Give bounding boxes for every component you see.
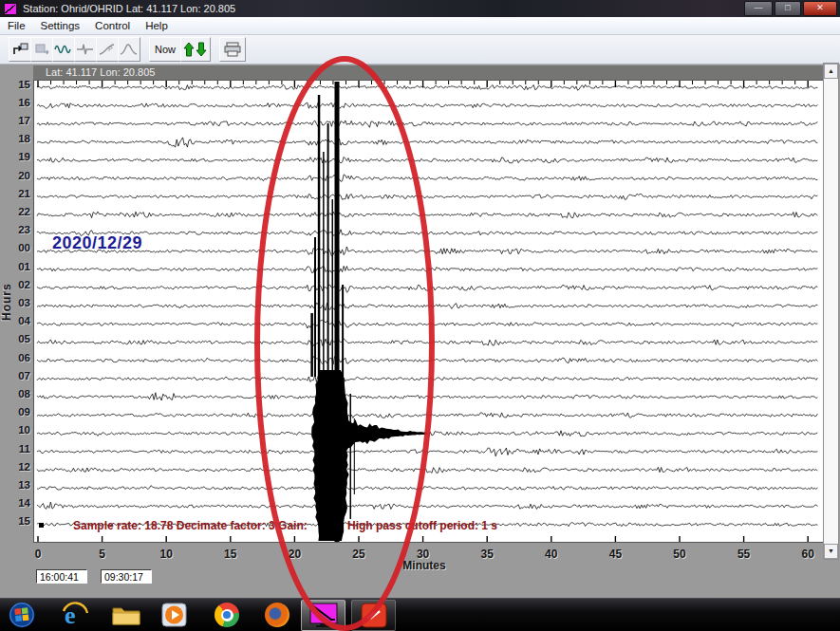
scrollbar-down-button[interactable]: ▼ <box>824 544 838 559</box>
media-player-icon <box>160 602 189 628</box>
scroll-updown-button[interactable] <box>180 37 211 62</box>
start-button[interactable] <box>8 602 36 628</box>
hour-label-5-20: 20 <box>6 169 30 182</box>
chrome-icon <box>215 603 239 627</box>
time-field-start[interactable]: 16:00:41 <box>36 569 87 584</box>
folder-icon <box>111 602 141 628</box>
minute-label-60: 60 <box>802 547 814 561</box>
minute-label-15: 15 <box>224 547 236 561</box>
taskbar-media-player-icon[interactable] <box>160 602 189 628</box>
svg-text:High pass cutoff period: 1 s: High pass cutoff period: 1 s <box>347 519 497 532</box>
minute-label-25: 25 <box>352 547 364 561</box>
seismograph-app-icon <box>308 603 339 628</box>
waveform-button[interactable] <box>52 37 75 62</box>
minute-label-50: 50 <box>673 547 685 561</box>
bell-curve-icon <box>120 42 139 57</box>
hour-label-14-05: 05 <box>6 332 30 345</box>
minute-label-0: 0 <box>35 547 42 561</box>
minute-label-5: 5 <box>99 547 105 561</box>
taskbar-explorer-icon[interactable] <box>111 602 140 628</box>
menu-file[interactable]: File <box>0 19 33 32</box>
toolbar: P Now <box>0 35 840 65</box>
svg-text:Sample rate: 18.78 Decimate f: Sample rate: 18.78 Decimate factor: 3 Ga… <box>73 519 308 532</box>
taskbar-seismograph-app-button[interactable] <box>301 600 345 631</box>
hour-label-24-15: 15 <box>6 514 30 528</box>
hour-label-1-16: 16 <box>6 96 30 109</box>
minute-label-35: 35 <box>481 547 494 561</box>
spike-trace-icon <box>76 42 95 57</box>
svg-text:P: P <box>108 46 113 52</box>
now-button[interactable]: Now <box>149 37 181 62</box>
hour-label-6-21: 21 <box>6 187 30 200</box>
vertical-scrollbar[interactable]: ▲ ▼ <box>823 63 839 560</box>
menu-help[interactable]: Help <box>138 19 176 32</box>
save-trace-icon <box>33 42 50 57</box>
open-trace-button[interactable] <box>9 37 31 62</box>
app-icon <box>4 3 17 15</box>
red-app-icon <box>361 603 387 628</box>
minute-label-45: 45 <box>609 547 622 561</box>
hour-label-8-23: 23 <box>6 223 30 236</box>
minutes-axis-title: Minutes <box>402 559 445 572</box>
hour-label-3-18: 18 <box>6 132 30 145</box>
printer-icon <box>223 42 242 57</box>
hour-label-23-14: 14 <box>6 496 30 510</box>
plot-coords-label: Lat: 41.117 Lon: 20.805 <box>33 65 824 81</box>
minute-label-20: 20 <box>289 547 301 561</box>
waveform-icon <box>54 42 73 57</box>
firefox-icon <box>265 603 289 627</box>
hour-label-9-00: 00 <box>6 241 30 254</box>
internet-explorer-icon: e <box>61 602 89 628</box>
windows-start-icon <box>8 602 36 628</box>
minute-label-55: 55 <box>737 547 750 561</box>
up-down-arrows-icon <box>183 41 208 58</box>
taskbar: e <box>0 598 840 631</box>
hour-label-17-08: 08 <box>6 387 30 400</box>
app-window: Station: Ohrid/OHRID Lat: 41.117 Lon: 20… <box>0 0 840 598</box>
hour-label-4-19: 19 <box>6 150 30 163</box>
spike-trace-button[interactable] <box>74 37 97 62</box>
print-button[interactable] <box>219 37 246 62</box>
hour-label-19-10: 10 <box>6 423 30 436</box>
taskbar-internet-explorer-icon[interactable]: e <box>61 602 89 628</box>
close-button[interactable]: ✕ <box>803 1 837 16</box>
menubar: File Settings Control Help <box>0 17 840 35</box>
minimize-button[interactable]: — <box>744 1 773 16</box>
hour-label-15-06: 06 <box>6 351 30 364</box>
taskbar-chrome-icon[interactable] <box>215 603 240 628</box>
minute-label-40: 40 <box>545 547 557 561</box>
helicorder-svg: 2020/12/29Sample rate: 18.78 Decimate fa… <box>35 81 823 542</box>
minute-label-10: 10 <box>160 547 173 561</box>
titlebar: Station: Ohrid/OHRID Lat: 41.117 Lon: 20… <box>0 0 840 17</box>
maximize-button[interactable]: □ <box>775 1 801 16</box>
svg-text:2020/12/29: 2020/12/29 <box>52 233 142 252</box>
hour-label-2-17: 17 <box>6 114 30 127</box>
hour-label-22-13: 13 <box>6 478 30 492</box>
hour-label-0-15: 15 <box>6 78 30 91</box>
hour-label-16-07: 07 <box>6 369 30 382</box>
hour-label-18-09: 09 <box>6 405 30 418</box>
hour-label-20-11: 11 <box>6 442 30 455</box>
window-title: Station: Ohrid/OHRID Lat: 41.117 Lon: 20… <box>23 3 235 14</box>
taskbar-red-app-button[interactable] <box>351 600 396 631</box>
hours-axis-title: Hours <box>0 254 13 321</box>
bell-curve-button[interactable] <box>118 37 140 62</box>
save-trace-button[interactable] <box>30 37 53 62</box>
taskbar-firefox-icon[interactable] <box>265 603 290 628</box>
open-trace-icon <box>11 42 28 57</box>
time-field-window[interactable]: 09:30:17 <box>101 569 152 584</box>
hour-label-21-12: 12 <box>6 460 30 473</box>
menu-control[interactable]: Control <box>87 19 138 32</box>
hour-label-7-22: 22 <box>6 205 30 218</box>
menu-settings[interactable]: Settings <box>33 19 88 32</box>
filter-response-icon: P <box>98 42 117 57</box>
filter-response-button[interactable]: P <box>96 37 119 62</box>
scrollbar-up-button[interactable]: ▲ <box>824 64 838 79</box>
